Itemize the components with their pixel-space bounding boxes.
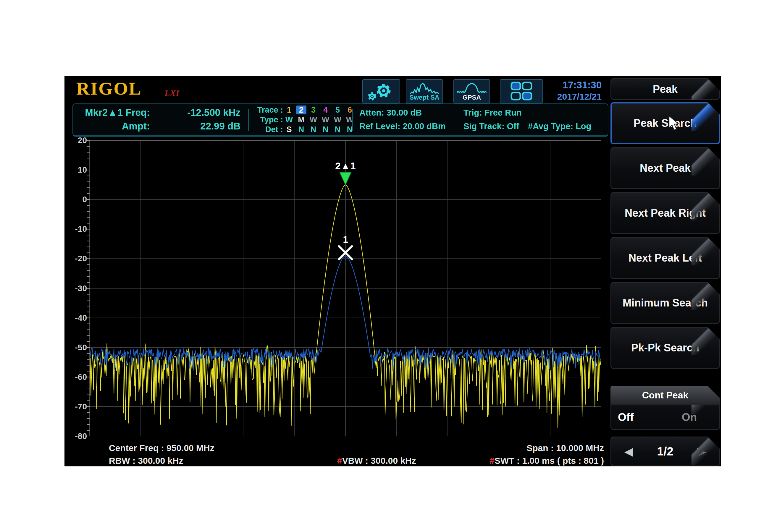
y-axis-tick-label: -60 (69, 373, 87, 381)
trace-number[interactable]: 3 (307, 105, 319, 115)
trace-type: W (331, 115, 344, 124)
trace-type-row: Type :WMWWWW (253, 115, 356, 124)
marker-ampt-label: Ampt: (76, 120, 150, 132)
marker-freq-value: -12.500 kHz (152, 106, 240, 119)
gear-icon (365, 81, 397, 102)
marker-1-label: 1 (343, 234, 348, 245)
marker-2-triangle (340, 172, 351, 185)
trace-type: W (307, 115, 319, 124)
y-axis-tick-label: -70 (69, 403, 87, 411)
vbw-readout: #VBW : 300.00 kHz (337, 455, 416, 466)
softkey-minimum-search[interactable]: Minimum Search (611, 282, 720, 324)
trace-detector: N (307, 125, 319, 134)
rigol-logo: RIGOL (76, 78, 142, 99)
trace-number-row: Trace :123456 (253, 105, 356, 115)
trace-number[interactable]: 2 (295, 105, 307, 115)
trace-detector: S (283, 125, 295, 134)
cont-peak-off-option[interactable]: Off (618, 411, 634, 424)
vbw-coupled-flag: # (337, 456, 342, 465)
trace-number[interactable]: 6 (344, 105, 356, 115)
gpsa-label: GPSA (463, 94, 481, 101)
page: RIGOL LXI (0, 0, 769, 532)
atten-readout: Atten: 30.00 dB (359, 106, 422, 119)
trace-number[interactable]: 5 (331, 105, 344, 115)
y-axis-tick-label: -10 (69, 225, 87, 233)
softkey-next-peak-left[interactable]: Next Peak Left (611, 237, 720, 279)
divider (352, 109, 353, 131)
marker-ampt-value: 22.99 dB (152, 120, 240, 132)
swept-sa-mode-button[interactable]: Swept SA (406, 79, 443, 103)
lxi-badge: LXI (164, 88, 179, 98)
trace-type: W (319, 115, 331, 124)
trace-type: W (344, 115, 356, 124)
swept-sa-icon (409, 82, 440, 95)
y-axis-tick-label: 10 (69, 166, 87, 174)
softkey-peak-search[interactable]: Peak Search (611, 102, 720, 144)
softkey-cont-peak[interactable]: Cont Peak Off On (611, 386, 720, 430)
window-grid-icon (507, 81, 536, 102)
trace-type: W (283, 115, 295, 124)
trig-readout: Trig: Free Run (464, 106, 522, 119)
trace-detector: N (295, 125, 307, 134)
page-indicator: 1/2 (657, 445, 674, 458)
sig-track-readout: Sig Track: Off (464, 120, 519, 132)
page-prev-arrow[interactable]: ◀ (625, 445, 633, 458)
softkey-pk-pk-search[interactable]: Pk-Pk Search (611, 327, 720, 369)
menu-pagination: ◀ 1/2 ▶ (611, 437, 720, 466)
marker-2-label: 2▲1 (335, 160, 355, 171)
system-settings-button[interactable] (362, 79, 400, 103)
y-axis-tick-label: -40 (69, 314, 87, 322)
divider (248, 109, 249, 131)
ref-level-readout: Ref Level: 20.00 dBm (359, 120, 446, 132)
clock: 17:31:30 2017/12/21 (544, 79, 602, 102)
gpsa-icon (457, 82, 487, 95)
trace-detector: N (319, 125, 331, 134)
gpsa-mode-button[interactable]: GPSA (454, 79, 490, 103)
y-axis-tick-label: -80 (69, 432, 87, 440)
cont-peak-on-option[interactable]: On (682, 411, 697, 424)
cont-peak-toggle: Off On (611, 405, 720, 430)
y-axis-tick-label: 0 (69, 195, 87, 204)
softkey-next-peak-right[interactable]: Next Peak Right (611, 192, 720, 234)
span-readout: Span : 10.000 MHz (527, 443, 604, 453)
spectrum-plot: 2▲11 (85, 140, 601, 436)
y-axis-tick-label: -50 (69, 343, 87, 352)
trace-number[interactable]: 4 (319, 105, 331, 115)
avg-type-readout: #Avg Type: Log (528, 120, 591, 132)
rbw-readout: RBW : 300.00 kHz (109, 455, 183, 466)
date-readout: 2017/12/21 (544, 91, 602, 102)
window-layout-button[interactable] (500, 79, 543, 103)
mouse-cursor (668, 115, 683, 132)
trace-detector: N (331, 125, 344, 134)
header-info-box: Mkr2▲1 Freq: -12.500 kHz Ampt: 22.99 dB … (72, 103, 608, 136)
softkey-peak[interactable]: Peak (611, 78, 720, 100)
trace-detector: N (344, 125, 356, 134)
softkey-menu: Peak Peak Search Next Peak Next Peak Rig… (610, 76, 721, 466)
analyzer-screen: RIGOL LXI (64, 76, 721, 466)
marker-freq-label: Mkr2▲1 Freq: (76, 106, 150, 119)
softkey-next-peak[interactable]: Next Peak (611, 147, 720, 189)
cont-peak-title: Cont Peak (611, 386, 720, 405)
swt-coupled-flag: # (490, 456, 495, 465)
trace-type: M (295, 115, 307, 124)
trace-detector-row: Det :SNNNNN (253, 125, 356, 134)
swt-readout: #SWT : 1.00 ms ( pts : 801 ) (490, 455, 604, 466)
trace-number[interactable]: 1 (283, 105, 295, 115)
y-axis-tick-label: -30 (69, 284, 87, 293)
time-readout: 17:31:30 (544, 79, 602, 91)
swept-sa-label: Swept SA (410, 94, 439, 101)
page-next-arrow[interactable]: ▶ (697, 445, 706, 458)
center-freq-readout: Center Freq : 950.00 MHz (109, 443, 214, 453)
y-axis-tick-label: 20 (69, 136, 87, 145)
y-axis-tick-label: -20 (69, 254, 87, 263)
